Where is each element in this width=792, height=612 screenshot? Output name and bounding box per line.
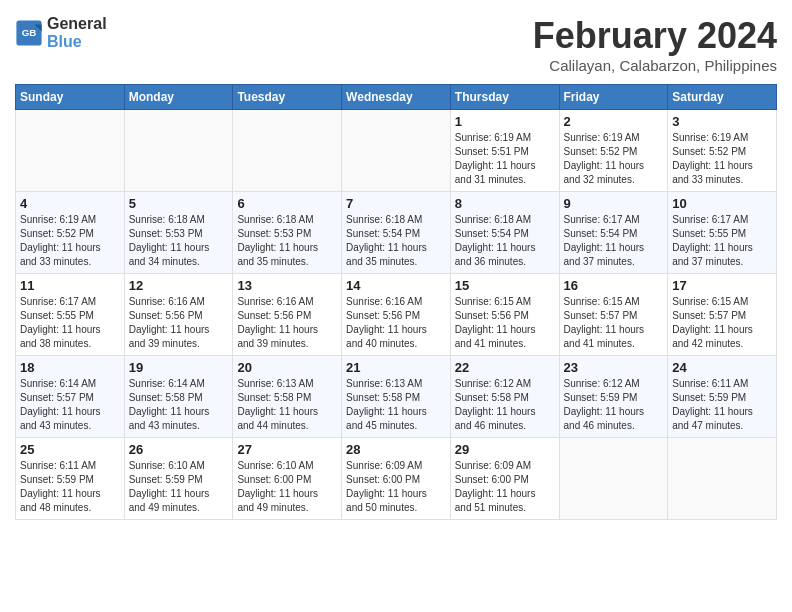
calendar-cell: 7Sunrise: 6:18 AM Sunset: 5:54 PM Daylig… xyxy=(342,192,451,274)
day-header-thursday: Thursday xyxy=(450,85,559,110)
day-number: 13 xyxy=(237,278,337,293)
day-info: Sunrise: 6:15 AM Sunset: 5:57 PM Dayligh… xyxy=(672,295,772,351)
calendar-cell: 2Sunrise: 6:19 AM Sunset: 5:52 PM Daylig… xyxy=(559,110,668,192)
day-number: 21 xyxy=(346,360,446,375)
week-row-3: 11Sunrise: 6:17 AM Sunset: 5:55 PM Dayli… xyxy=(16,274,777,356)
calendar-cell xyxy=(16,110,125,192)
day-info: Sunrise: 6:14 AM Sunset: 5:57 PM Dayligh… xyxy=(20,377,120,433)
day-info: Sunrise: 6:10 AM Sunset: 5:59 PM Dayligh… xyxy=(129,459,229,515)
day-info: Sunrise: 6:10 AM Sunset: 6:00 PM Dayligh… xyxy=(237,459,337,515)
calendar-cell xyxy=(668,438,777,520)
day-info: Sunrise: 6:18 AM Sunset: 5:53 PM Dayligh… xyxy=(129,213,229,269)
day-info: Sunrise: 6:17 AM Sunset: 5:54 PM Dayligh… xyxy=(564,213,664,269)
day-number: 20 xyxy=(237,360,337,375)
day-header-wednesday: Wednesday xyxy=(342,85,451,110)
calendar-cell: 4Sunrise: 6:19 AM Sunset: 5:52 PM Daylig… xyxy=(16,192,125,274)
day-number: 5 xyxy=(129,196,229,211)
day-header-saturday: Saturday xyxy=(668,85,777,110)
day-header-sunday: Sunday xyxy=(16,85,125,110)
calendar-cell: 12Sunrise: 6:16 AM Sunset: 5:56 PM Dayli… xyxy=(124,274,233,356)
main-title: February 2024 xyxy=(533,15,777,57)
calendar-cell: 6Sunrise: 6:18 AM Sunset: 5:53 PM Daylig… xyxy=(233,192,342,274)
day-info: Sunrise: 6:16 AM Sunset: 5:56 PM Dayligh… xyxy=(129,295,229,351)
calendar-cell: 29Sunrise: 6:09 AM Sunset: 6:00 PM Dayli… xyxy=(450,438,559,520)
day-info: Sunrise: 6:18 AM Sunset: 5:53 PM Dayligh… xyxy=(237,213,337,269)
subtitle: Calilayan, Calabarzon, Philippines xyxy=(533,57,777,74)
day-number: 18 xyxy=(20,360,120,375)
calendar-cell: 8Sunrise: 6:18 AM Sunset: 5:54 PM Daylig… xyxy=(450,192,559,274)
calendar-cell xyxy=(559,438,668,520)
calendar-cell: 9Sunrise: 6:17 AM Sunset: 5:54 PM Daylig… xyxy=(559,192,668,274)
week-row-2: 4Sunrise: 6:19 AM Sunset: 5:52 PM Daylig… xyxy=(16,192,777,274)
day-number: 3 xyxy=(672,114,772,129)
calendar-cell: 1Sunrise: 6:19 AM Sunset: 5:51 PM Daylig… xyxy=(450,110,559,192)
calendar-table: SundayMondayTuesdayWednesdayThursdayFrid… xyxy=(15,84,777,520)
day-number: 4 xyxy=(20,196,120,211)
day-info: Sunrise: 6:15 AM Sunset: 5:57 PM Dayligh… xyxy=(564,295,664,351)
day-number: 28 xyxy=(346,442,446,457)
day-info: Sunrise: 6:19 AM Sunset: 5:52 PM Dayligh… xyxy=(20,213,120,269)
day-number: 7 xyxy=(346,196,446,211)
day-header-tuesday: Tuesday xyxy=(233,85,342,110)
calendar-cell: 15Sunrise: 6:15 AM Sunset: 5:56 PM Dayli… xyxy=(450,274,559,356)
day-info: Sunrise: 6:16 AM Sunset: 5:56 PM Dayligh… xyxy=(237,295,337,351)
calendar-cell xyxy=(124,110,233,192)
logo-icon: GB xyxy=(15,19,43,47)
day-header-friday: Friday xyxy=(559,85,668,110)
day-number: 25 xyxy=(20,442,120,457)
logo-text: General Blue xyxy=(47,15,107,50)
logo: GB General Blue xyxy=(15,15,107,50)
day-info: Sunrise: 6:15 AM Sunset: 5:56 PM Dayligh… xyxy=(455,295,555,351)
day-info: Sunrise: 6:09 AM Sunset: 6:00 PM Dayligh… xyxy=(455,459,555,515)
day-number: 8 xyxy=(455,196,555,211)
calendar-cell: 16Sunrise: 6:15 AM Sunset: 5:57 PM Dayli… xyxy=(559,274,668,356)
calendar-cell: 10Sunrise: 6:17 AM Sunset: 5:55 PM Dayli… xyxy=(668,192,777,274)
day-info: Sunrise: 6:11 AM Sunset: 5:59 PM Dayligh… xyxy=(672,377,772,433)
day-info: Sunrise: 6:19 AM Sunset: 5:52 PM Dayligh… xyxy=(564,131,664,187)
day-number: 23 xyxy=(564,360,664,375)
day-number: 26 xyxy=(129,442,229,457)
day-info: Sunrise: 6:09 AM Sunset: 6:00 PM Dayligh… xyxy=(346,459,446,515)
day-info: Sunrise: 6:17 AM Sunset: 5:55 PM Dayligh… xyxy=(672,213,772,269)
day-number: 22 xyxy=(455,360,555,375)
calendar-cell: 26Sunrise: 6:10 AM Sunset: 5:59 PM Dayli… xyxy=(124,438,233,520)
calendar-cell xyxy=(233,110,342,192)
day-number: 6 xyxy=(237,196,337,211)
title-area: February 2024 Calilayan, Calabarzon, Phi… xyxy=(533,15,777,74)
header-row: SundayMondayTuesdayWednesdayThursdayFrid… xyxy=(16,85,777,110)
day-number: 9 xyxy=(564,196,664,211)
calendar-cell: 25Sunrise: 6:11 AM Sunset: 5:59 PM Dayli… xyxy=(16,438,125,520)
week-row-4: 18Sunrise: 6:14 AM Sunset: 5:57 PM Dayli… xyxy=(16,356,777,438)
day-info: Sunrise: 6:18 AM Sunset: 5:54 PM Dayligh… xyxy=(346,213,446,269)
day-info: Sunrise: 6:11 AM Sunset: 5:59 PM Dayligh… xyxy=(20,459,120,515)
calendar-cell: 28Sunrise: 6:09 AM Sunset: 6:00 PM Dayli… xyxy=(342,438,451,520)
calendar-cell: 17Sunrise: 6:15 AM Sunset: 5:57 PM Dayli… xyxy=(668,274,777,356)
calendar-cell: 27Sunrise: 6:10 AM Sunset: 6:00 PM Dayli… xyxy=(233,438,342,520)
calendar-cell: 13Sunrise: 6:16 AM Sunset: 5:56 PM Dayli… xyxy=(233,274,342,356)
day-number: 16 xyxy=(564,278,664,293)
calendar-cell xyxy=(342,110,451,192)
calendar-cell: 3Sunrise: 6:19 AM Sunset: 5:52 PM Daylig… xyxy=(668,110,777,192)
day-info: Sunrise: 6:12 AM Sunset: 5:58 PM Dayligh… xyxy=(455,377,555,433)
svg-text:GB: GB xyxy=(22,26,37,37)
day-number: 29 xyxy=(455,442,555,457)
calendar-cell: 24Sunrise: 6:11 AM Sunset: 5:59 PM Dayli… xyxy=(668,356,777,438)
day-info: Sunrise: 6:16 AM Sunset: 5:56 PM Dayligh… xyxy=(346,295,446,351)
calendar-cell: 21Sunrise: 6:13 AM Sunset: 5:58 PM Dayli… xyxy=(342,356,451,438)
calendar-cell: 22Sunrise: 6:12 AM Sunset: 5:58 PM Dayli… xyxy=(450,356,559,438)
header: GB General Blue February 2024 Calilayan,… xyxy=(15,15,777,74)
day-info: Sunrise: 6:12 AM Sunset: 5:59 PM Dayligh… xyxy=(564,377,664,433)
day-info: Sunrise: 6:13 AM Sunset: 5:58 PM Dayligh… xyxy=(346,377,446,433)
calendar-cell: 19Sunrise: 6:14 AM Sunset: 5:58 PM Dayli… xyxy=(124,356,233,438)
day-number: 10 xyxy=(672,196,772,211)
week-row-1: 1Sunrise: 6:19 AM Sunset: 5:51 PM Daylig… xyxy=(16,110,777,192)
day-number: 15 xyxy=(455,278,555,293)
calendar-cell: 14Sunrise: 6:16 AM Sunset: 5:56 PM Dayli… xyxy=(342,274,451,356)
day-number: 1 xyxy=(455,114,555,129)
day-number: 11 xyxy=(20,278,120,293)
day-info: Sunrise: 6:19 AM Sunset: 5:51 PM Dayligh… xyxy=(455,131,555,187)
calendar-cell: 18Sunrise: 6:14 AM Sunset: 5:57 PM Dayli… xyxy=(16,356,125,438)
day-info: Sunrise: 6:19 AM Sunset: 5:52 PM Dayligh… xyxy=(672,131,772,187)
day-number: 27 xyxy=(237,442,337,457)
day-number: 19 xyxy=(129,360,229,375)
